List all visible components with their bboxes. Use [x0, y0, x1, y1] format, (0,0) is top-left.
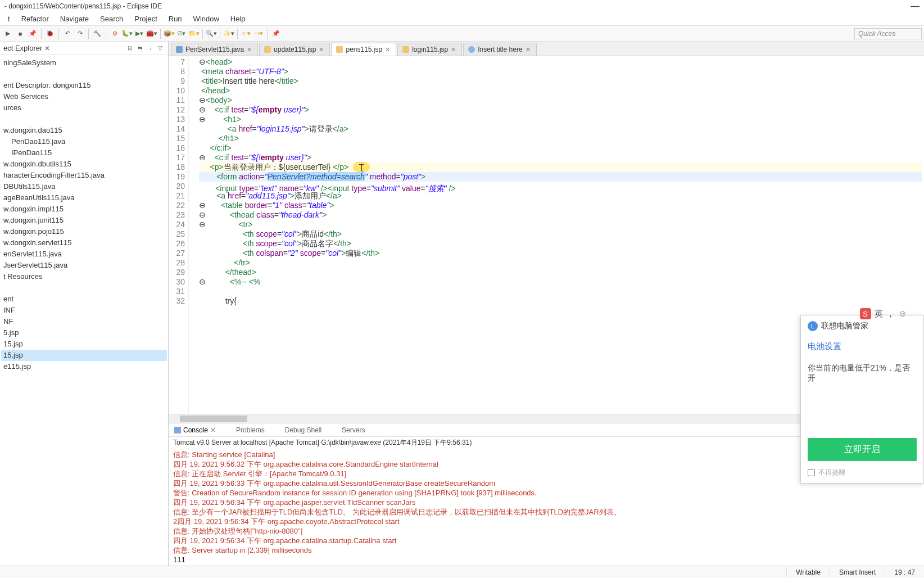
tree-node[interactable]: ageBeanUtils115.java [1, 192, 167, 204]
tree-node[interactable]: 15.jsp [1, 338, 167, 350]
menu-project[interactable]: Project [129, 13, 162, 25]
ime-lang[interactable]: 英 [875, 309, 883, 319]
tree-node[interactable]: ent [1, 293, 167, 305]
run-icon[interactable]: ▶ [2, 28, 13, 39]
menu-navigate[interactable]: Navigate [55, 13, 94, 25]
menu-window[interactable]: Window [188, 13, 225, 25]
code-line[interactable]: ⊖<body> [199, 96, 922, 105]
editor-tab[interactable]: Insert title here✕ [463, 43, 536, 56]
collapse-icon[interactable]: ⊟ [125, 44, 134, 53]
close-icon[interactable]: ✕ [385, 46, 390, 53]
code-line[interactable] [199, 287, 922, 296]
popup-enable-button[interactable]: 立即开启 [808, 438, 917, 461]
menu-help[interactable]: Help [225, 13, 251, 25]
tree-node[interactable]: enServlet115.java [1, 249, 167, 260]
code-line[interactable]: </h1> [199, 134, 922, 143]
new-dropdown-icon[interactable]: 📦▾ [164, 28, 175, 39]
code-line[interactable]: <input type="text" name="kw" /><input ty… [199, 182, 922, 191]
filter-icon[interactable]: ⫶ [146, 44, 155, 53]
code-line[interactable]: </c:if> [199, 143, 922, 153]
console-tab-console[interactable]: Console ✕ [172, 425, 218, 435]
tree-node[interactable]: INF [1, 305, 167, 316]
undo-icon[interactable]: ↶ [62, 28, 73, 39]
tree-node[interactable]: PenDao115.java [1, 136, 167, 147]
code-line[interactable]: <th colspan="2" scope="col">编辑</th> [199, 249, 922, 258]
code-line[interactable]: <meta charset="UTF-8"> [199, 67, 922, 76]
ext-tools-icon[interactable]: 🧰▾ [146, 28, 157, 39]
redo-icon[interactable]: ↷ [74, 28, 85, 39]
tree-node[interactable]: DBUtils115.java [1, 181, 167, 192]
stop-icon[interactable]: ■ [15, 28, 26, 39]
tree-node[interactable] [1, 69, 167, 80]
run-dropdown-icon[interactable]: ▶▾ [134, 28, 145, 39]
new-folder-icon[interactable]: 📁▾ [188, 28, 200, 39]
close-icon[interactable]: ✕ [247, 46, 252, 53]
tree-node[interactable]: Web Services [1, 91, 167, 102]
code-line[interactable]: ⊖ <%-- <% [199, 277, 922, 287]
fold-column[interactable] [189, 56, 197, 414]
code-line[interactable]: </tr> [199, 258, 922, 268]
code-line[interactable]: <th scope="col">商品id</th> [199, 229, 922, 239]
tree-node[interactable]: 15.jsp [1, 350, 167, 361]
code-line[interactable]: </head> [199, 86, 922, 96]
code-line[interactable]: <a href="login115.jsp">请登录</a> [199, 124, 922, 134]
menu-search[interactable]: Search [94, 13, 129, 25]
tree-node[interactable]: w.dongxin.servlet115 [1, 237, 167, 249]
tree-node[interactable]: e115.jsp [1, 361, 167, 372]
code-line[interactable]: try{ [199, 296, 922, 306]
tree-node[interactable]: w.dongxin.pojo115 [1, 226, 167, 237]
tree-node[interactable]: ent Descriptor: dongxin115 [1, 80, 167, 91]
scrollbar-thumb[interactable] [180, 416, 247, 422]
tree-node[interactable]: JserServlet115.java [1, 260, 167, 271]
code-line[interactable]: ⊖ <thead class="thead-dark"> [199, 210, 922, 220]
nav-back-icon[interactable]: ⇦▾ [241, 28, 252, 39]
code-line[interactable]: ⊖ <tr> [199, 220, 922, 229]
editor-tab[interactable]: login115.jsp✕ [397, 43, 462, 56]
project-tree[interactable]: ningSaleSystem ent Descriptor: dongxin11… [0, 55, 168, 566]
tree-node[interactable]: w.dongxin.junit115 [1, 215, 167, 226]
menu-refactor[interactable]: Refactor [16, 13, 55, 25]
code-line[interactable]: <form action="PenServlet?method=search" … [199, 172, 922, 182]
close-icon[interactable]: ✕ [526, 46, 531, 53]
editor-tab[interactable]: pens115.jsp✕ [331, 43, 396, 56]
debug-run-icon[interactable]: 🐛▾ [121, 28, 133, 39]
minimize-icon[interactable]: — [911, 1, 920, 11]
tree-node[interactable]: haracterEncodingFilter115.java [1, 170, 167, 181]
tree-node[interactable]: t Resources [1, 271, 167, 282]
new-class-icon[interactable]: ©▾ [176, 28, 187, 39]
tree-node[interactable] [1, 114, 167, 125]
ime-logo-icon[interactable]: S [860, 308, 871, 319]
close-icon[interactable]: ✕ [210, 426, 216, 434]
nav-fwd-icon[interactable]: ⇨▾ [253, 28, 264, 39]
code-line[interactable]: ⊖ <c:if test="${empty user}"> [199, 105, 922, 115]
code-line[interactable]: ⊖ <c:if test="${!empty user}"> [199, 153, 922, 162]
close-icon[interactable]: ✕ [319, 46, 324, 53]
menu-run[interactable]: Run [163, 13, 188, 25]
code-line[interactable]: </thead> [199, 268, 922, 277]
tree-node[interactable]: urces [1, 102, 167, 114]
pin-icon[interactable]: 📌 [27, 28, 38, 39]
tree-node[interactable]: w.dongxin.impl115 [1, 204, 167, 215]
hammer-icon[interactable]: 🔨 [92, 28, 103, 39]
tree-node[interactable]: w.dongxin.dbutils115 [1, 159, 167, 170]
tree-node[interactable]: IPenDao115 [1, 147, 167, 159]
tree-node[interactable] [1, 282, 167, 293]
debug-icon[interactable]: 🐞 [44, 28, 56, 39]
code-line[interactable]: <a href="add115.jsp">添加用户</a> [199, 191, 922, 201]
popup-section[interactable]: 电池设置 [808, 341, 917, 352]
console-tab-debug-shell[interactable]: Debug Shell [274, 425, 324, 435]
ime-punct[interactable]: ， [886, 309, 895, 319]
close-icon[interactable]: ✕ [451, 46, 456, 53]
code-line[interactable]: ⊖ <table border="1" class="table"> [199, 201, 922, 210]
menu-t[interactable]: t [2, 13, 16, 25]
code-line[interactable]: <th scope="col">商品名字</th> [199, 239, 922, 249]
tree-node[interactable]: ningSaleSystem [1, 57, 167, 69]
ime-emoji-icon[interactable]: ☺ [898, 309, 907, 319]
menu-icon[interactable]: ▽ [156, 44, 165, 53]
no-icon[interactable]: ⊘ [109, 28, 120, 39]
code-line[interactable]: <p>当前登录用户：${user.userTel} </p> Ʈ [199, 162, 922, 172]
editor-tab[interactable]: PenServlet115.java✕ [171, 43, 258, 56]
link-icon[interactable]: ⇆ [135, 44, 144, 53]
console-tab-servers[interactable]: Servers [330, 425, 367, 435]
popup-dont-remind[interactable]: 不再提醒 [808, 468, 917, 477]
